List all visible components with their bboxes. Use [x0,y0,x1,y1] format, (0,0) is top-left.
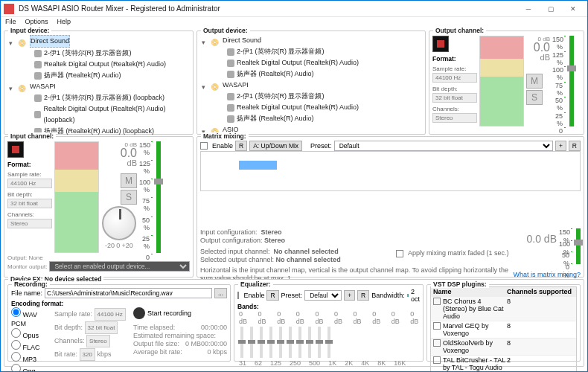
solo-button[interactable]: S [121,190,137,205]
tree-leaf[interactable]: Realtek Digital Output (Realtek(R) Audio… [237,57,359,68]
plugin-checkbox[interactable] [433,339,441,347]
browse-button[interactable]: ... [214,288,227,298]
device-icon [227,115,234,123]
tree-node[interactable]: Direct Sound [223,35,261,46]
preset-select[interactable]: Default [334,141,553,151]
collapse-icon[interactable]: ▾ [9,38,16,45]
disc-icon: 📀 [18,83,28,90]
plugin-row[interactable]: OldSkoolVerb by Voxengo8 [431,339,576,356]
eq-band-slider[interactable] [269,327,272,358]
device-icon [34,111,41,118]
tree-node[interactable]: WASAPI [30,81,56,92]
eq-band-slider[interactable] [298,327,301,358]
stop-button[interactable] [7,141,24,158]
matrix-help-link[interactable]: What is matrix mixing? [513,271,581,279]
apply-checkbox[interactable] [396,250,403,257]
panel-title: Output device: [201,27,250,34]
titlebar: DS WASAPI ASIO Router Mixer - Registered… [1,1,587,17]
tree-leaf[interactable]: 2-伊1 (英特尔(R) 显示器音频) (loopback) [44,92,164,103]
eq-band-slider[interactable] [279,327,282,358]
matrix-db: 0.0 dB [396,235,557,243]
volume-slider[interactable] [156,141,161,253]
record-button[interactable] [133,307,145,319]
fmt-opus[interactable] [11,328,21,338]
eq-band-slider[interactable] [289,327,292,358]
plugin-row[interactable]: Marvel GEQ by Voxengo8 [431,321,576,339]
plugin-checkbox[interactable] [433,298,441,305]
close-button[interactable]: ✕ [562,1,584,16]
monitor-select[interactable]: Select an enabled output device... [49,261,190,272]
solo-button[interactable]: S [526,90,543,105]
fmt-mp3[interactable] [11,352,21,362]
tree-leaf[interactable]: 2-伊1 (英特尔(R) 显示器音频) [237,91,325,102]
maximize-button[interactable]: ▢ [540,1,562,16]
sample-rate: 44100 Hz [432,73,477,83]
plugin-checkbox[interactable] [433,356,441,364]
btn-plus[interactable]: + [555,141,566,151]
matrix-grid[interactable] [200,151,581,191]
tree-leaf[interactable]: 扬声器 (Realtek(R) Audio) (loopback) [44,126,154,137]
menubar: File Options Help [1,17,587,30]
enable-checkbox[interactable] [200,142,208,150]
input-channel-panel: Input channel: Format: Sample rate: 4410… [4,136,194,278]
device-icon [34,72,42,80]
btn-r[interactable]: R [235,141,247,151]
updown-button[interactable]: A: Up/Down Mix [249,141,302,151]
fmt-wav[interactable] [11,307,21,317]
plugin-row[interactable]: BC Chorus 4 (Stereo) by Blue Cat Audio8 [431,297,576,321]
eq-band-slider[interactable] [260,327,263,358]
tree-node[interactable]: WASAPI [223,80,249,91]
device-fx-panel: Device FX: No device selected Recording:… [4,279,584,367]
eq-band-slider[interactable] [318,327,321,358]
plugin-checkbox[interactable] [433,322,441,330]
tree-leaf[interactable]: Realtek Digital Output (Realtek(R) Audio… [43,103,190,126]
eq-reset[interactable]: R [266,290,278,301]
filename-input[interactable] [45,288,212,298]
input-device-panel: Input device: ▾📀Direct Sound 2-伊1 (英特尔(R… [4,31,194,135]
mute-button[interactable]: M [121,173,137,188]
tree-leaf[interactable]: 扬声器 (Realtek(R) Audio) [237,113,314,124]
vst-panel: VST DSP plugins: Name Channels supported… [426,284,581,362]
output-device-panel: Output device: ▾📀Direct Sound 2-伊1 (英特尔(… [196,31,426,135]
collapse-icon[interactable]: ▾ [9,83,16,90]
tree-leaf[interactable]: 2-伊1 (英特尔(R) 显示器音频) [237,46,325,57]
fmt-flac[interactable] [11,340,21,350]
collapse-icon[interactable]: ▾ [202,82,208,89]
btn-minus[interactable]: R [569,141,581,151]
eq-band-slider[interactable] [240,327,243,358]
eq-band-slider[interactable] [327,327,330,358]
mute-button[interactable]: M [526,74,543,89]
menu-help[interactable]: Help [57,18,71,29]
output-device-tree[interactable]: ▾📀Direct Sound 2-伊1 (英特尔(R) 显示器音频) Realt… [200,33,422,147]
tree-leaf[interactable]: Realtek Digital Output (Realtek(R) Audio… [237,102,359,113]
panel-title: Input device: [8,27,51,34]
minimize-button[interactable]: ─ [517,1,540,16]
tree-node[interactable]: Direct Sound [30,35,70,48]
panel-title: Matrix mixing: [201,132,249,140]
plugin-list[interactable]: Name Channels supported BC Chorus 4 (Ste… [430,286,577,372]
device-icon [227,60,234,67]
bit-depth: 32 bit float [432,93,477,103]
disc-icon: 📀 [18,38,28,45]
eq-enable[interactable] [237,292,239,299]
volume-slider[interactable] [569,36,574,126]
disc-icon: 📀 [211,82,220,89]
pan-knob[interactable] [102,206,136,240]
collapse-icon[interactable]: ▾ [202,37,208,44]
tree-leaf[interactable]: 扬声器 (Realtek(R) Audio) [44,70,121,81]
output-channel-panel: Output channel: Format: Sample rate: 441… [429,31,584,135]
eq-band-slider[interactable] [308,327,311,358]
bandwidth-slider[interactable] [407,294,409,297]
plugin-row[interactable]: TAL BitCrusher - TAL by TAL - Togu Audio… [431,356,576,372]
tree-leaf[interactable]: 2-伊1 (英特尔(R) 显示器音频) [44,48,132,59]
recording-panel: Recording: File name: ... Encoding forma… [7,284,231,362]
eq-band-slider[interactable] [250,327,253,358]
tree-leaf[interactable]: Realtek Digital Output (Realtek(R) Audio… [44,59,166,70]
eq-preset[interactable]: Default [304,290,342,301]
device-icon [34,61,42,68]
tree-leaf[interactable]: 扬声器 (Realtek(R) Audio) [237,68,314,80]
fmt-ogg[interactable] [11,364,21,372]
stop-button[interactable] [432,36,449,52]
matrix-slider[interactable] [576,228,581,264]
device-icon [34,50,42,57]
